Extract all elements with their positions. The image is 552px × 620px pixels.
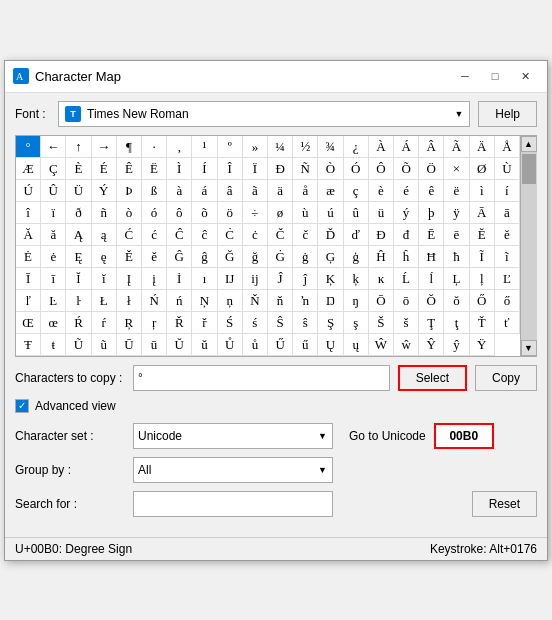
- char-cell[interactable]: ù: [293, 202, 318, 224]
- char-cell[interactable]: È: [66, 158, 91, 180]
- char-cell[interactable]: ş: [344, 312, 369, 334]
- char-cell[interactable]: â: [218, 180, 243, 202]
- char-cell[interactable]: Ō: [369, 290, 394, 312]
- char-cell[interactable]: Ð: [268, 158, 293, 180]
- char-cell[interactable]: ì: [470, 180, 495, 202]
- char-cell[interactable]: ľ: [16, 290, 41, 312]
- char-cell[interactable]: è: [369, 180, 394, 202]
- char-cell[interactable]: Ĥ: [369, 246, 394, 268]
- char-cell[interactable]: Ë: [142, 158, 167, 180]
- char-cell[interactable]: Ê: [117, 158, 142, 180]
- char-cell[interactable]: Ą: [66, 224, 91, 246]
- char-cell[interactable]: ŋ: [344, 290, 369, 312]
- groupby-select[interactable]: All: [133, 457, 333, 483]
- char-cell[interactable]: Ò: [318, 158, 343, 180]
- char-cell[interactable]: ŕ: [92, 312, 117, 334]
- char-cell[interactable]: ś: [243, 312, 268, 334]
- char-cell[interactable]: Ī: [16, 268, 41, 290]
- char-cell[interactable]: ų: [344, 334, 369, 356]
- char-cell[interactable]: À: [369, 136, 394, 158]
- char-cell[interactable]: Ó: [344, 158, 369, 180]
- char-cell[interactable]: Ő: [470, 290, 495, 312]
- char-cell[interactable]: ø: [268, 202, 293, 224]
- char-cell[interactable]: þ: [419, 202, 444, 224]
- char-cell[interactable]: Œ: [16, 312, 41, 334]
- char-cell[interactable]: ĝ: [192, 246, 217, 268]
- char-cell[interactable]: à: [167, 180, 192, 202]
- char-cell[interactable]: ë: [444, 180, 469, 202]
- char-cell[interactable]: ě: [142, 246, 167, 268]
- char-cell[interactable]: ř: [192, 312, 217, 334]
- char-cell[interactable]: ũ: [92, 334, 117, 356]
- char-cell[interactable]: Ù: [495, 158, 520, 180]
- char-cell[interactable]: ĺ: [419, 268, 444, 290]
- char-cell[interactable]: Ś: [218, 312, 243, 334]
- char-cell[interactable]: ů: [243, 334, 268, 356]
- char-cell[interactable]: Ē: [419, 224, 444, 246]
- char-cell[interactable]: Ġ: [268, 246, 293, 268]
- char-cell[interactable]: Ř: [167, 312, 192, 334]
- maximize-button[interactable]: □: [481, 65, 509, 87]
- char-cell[interactable]: ĸ: [369, 268, 394, 290]
- char-cell[interactable]: Š: [369, 312, 394, 334]
- char-cell[interactable]: Ŏ: [419, 290, 444, 312]
- char-cell[interactable]: ģ: [344, 246, 369, 268]
- char-cell[interactable]: İ: [167, 268, 192, 290]
- char-cell[interactable]: ò: [117, 202, 142, 224]
- char-cell[interactable]: ¾: [318, 136, 343, 158]
- char-cell[interactable]: Ŝ: [268, 312, 293, 334]
- char-cell[interactable]: ý: [394, 202, 419, 224]
- char-cell[interactable]: ħ: [444, 246, 469, 268]
- char-cell[interactable]: Ũ: [66, 334, 91, 356]
- char-cell[interactable]: Ĺ: [394, 268, 419, 290]
- char-cell[interactable]: Ģ: [318, 246, 343, 268]
- char-cell[interactable]: Ě: [117, 246, 142, 268]
- char-cell[interactable]: ê: [419, 180, 444, 202]
- char-cell[interactable]: ę: [92, 246, 117, 268]
- char-cell[interactable]: Æ: [16, 158, 41, 180]
- char-cell[interactable]: ú: [318, 202, 343, 224]
- char-cell[interactable]: Ď: [318, 224, 343, 246]
- char-cell[interactable]: ŉ: [293, 290, 318, 312]
- char-cell[interactable]: Đ: [369, 224, 394, 246]
- charset-select-wrapper[interactable]: Unicode ▼: [133, 423, 333, 449]
- char-cell[interactable]: ×: [444, 158, 469, 180]
- char-cell[interactable]: ŝ: [293, 312, 318, 334]
- char-cell[interactable]: Ã: [444, 136, 469, 158]
- char-cell[interactable]: ď: [344, 224, 369, 246]
- copy-button[interactable]: Copy: [475, 365, 537, 391]
- char-cell[interactable]: Ā: [470, 202, 495, 224]
- char-cell[interactable]: ū: [142, 334, 167, 356]
- char-cell[interactable]: ġ: [293, 246, 318, 268]
- char-cell[interactable]: í: [495, 180, 520, 202]
- char-cell[interactable]: Í: [192, 158, 217, 180]
- char-cell[interactable]: ←: [41, 136, 66, 158]
- char-cell[interactable]: æ: [318, 180, 343, 202]
- char-cell[interactable]: Ŗ: [117, 312, 142, 334]
- char-cell[interactable]: į: [142, 268, 167, 290]
- char-cell[interactable]: Ţ: [419, 312, 444, 334]
- char-cell[interactable]: œ: [41, 312, 66, 334]
- scroll-thumb[interactable]: [522, 154, 536, 184]
- scroll-track[interactable]: [521, 152, 537, 340]
- scroll-down-button[interactable]: ▼: [521, 340, 537, 356]
- char-cell[interactable]: ñ: [92, 202, 117, 224]
- char-cell[interactable]: Ū: [117, 334, 142, 356]
- char-cell[interactable]: ÿ: [444, 202, 469, 224]
- char-cell[interactable]: Ļ: [444, 268, 469, 290]
- char-cell[interactable]: ű: [293, 334, 318, 356]
- char-cell[interactable]: Ô: [369, 158, 394, 180]
- char-cell[interactable]: ô: [167, 202, 192, 224]
- char-cell[interactable]: Ů: [218, 334, 243, 356]
- scroll-up-button[interactable]: ▲: [521, 136, 537, 152]
- char-cell[interactable]: Ň: [243, 290, 268, 312]
- select-button[interactable]: Select: [398, 365, 467, 391]
- char-cell[interactable]: Ķ: [318, 268, 343, 290]
- char-cell[interactable]: Á: [394, 136, 419, 158]
- char-cell[interactable]: ı: [192, 268, 217, 290]
- char-cell[interactable]: Ú: [16, 180, 41, 202]
- unicode-input[interactable]: [434, 423, 494, 449]
- char-cell[interactable]: Þ: [117, 180, 142, 202]
- char-cell[interactable]: Ł: [92, 290, 117, 312]
- char-cell[interactable]: ē: [444, 224, 469, 246]
